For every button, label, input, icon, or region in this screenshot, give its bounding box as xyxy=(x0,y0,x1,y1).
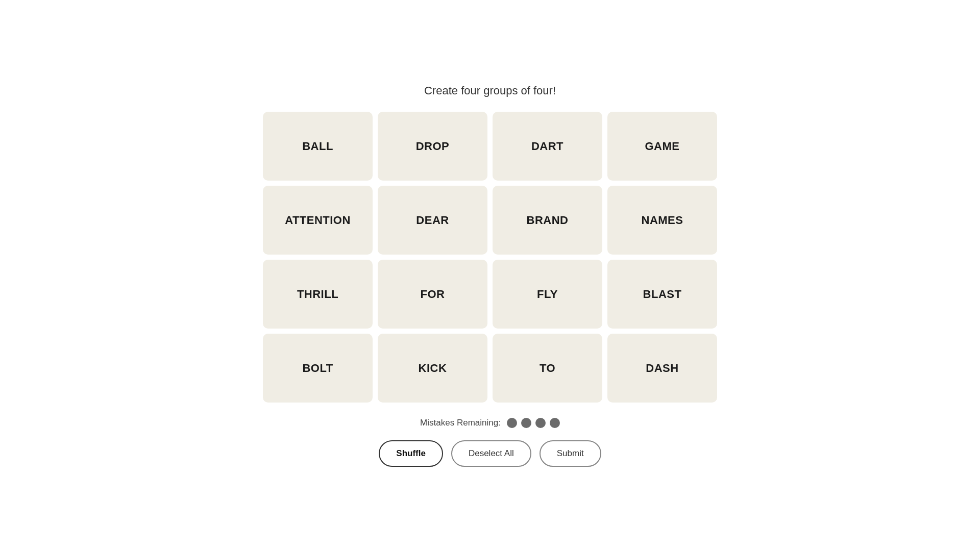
tile-2[interactable]: DROP xyxy=(378,112,487,181)
tile-1-text: BALL xyxy=(302,140,333,153)
tile-10-text: FOR xyxy=(421,288,445,301)
shuffle-button[interactable]: Shuffle xyxy=(379,440,443,467)
game-subtitle: Create four groups of four! xyxy=(424,84,556,97)
word-grid: BALLDROPDARTGAMEATTENTIONDEARBRANDNAMEST… xyxy=(263,112,717,403)
tile-1[interactable]: BALL xyxy=(263,112,373,181)
mistake-dot-1 xyxy=(507,418,517,428)
tile-14-text: KICK xyxy=(419,362,447,375)
tile-13[interactable]: BOLT xyxy=(263,334,373,403)
tile-5-text: ATTENTION xyxy=(285,214,351,227)
tile-4[interactable]: GAME xyxy=(607,112,717,181)
tile-6-text: DEAR xyxy=(416,214,449,227)
mistake-dot-3 xyxy=(535,418,546,428)
tile-5[interactable]: ATTENTION xyxy=(263,186,373,255)
game-container: Create four groups of four! BALLDROPDART… xyxy=(245,84,735,467)
buttons-section: Shuffle Deselect All Submit xyxy=(379,440,601,467)
tile-15[interactable]: TO xyxy=(493,334,602,403)
tile-14[interactable]: KICK xyxy=(378,334,487,403)
mistakes-label: Mistakes Remaining: xyxy=(420,418,501,428)
tile-12-text: BLAST xyxy=(643,288,682,301)
tile-11[interactable]: FLY xyxy=(493,260,602,329)
tile-15-text: TO xyxy=(540,362,555,375)
tile-9[interactable]: THRILL xyxy=(263,260,373,329)
mistake-dot-4 xyxy=(550,418,560,428)
tile-3-text: DART xyxy=(531,140,564,153)
submit-button[interactable]: Submit xyxy=(540,440,601,467)
mistakes-dots xyxy=(507,418,560,428)
tile-16[interactable]: DASH xyxy=(607,334,717,403)
tile-7-text: BRAND xyxy=(527,214,569,227)
tile-8[interactable]: NAMES xyxy=(607,186,717,255)
deselect-all-button[interactable]: Deselect All xyxy=(451,440,531,467)
tile-3[interactable]: DART xyxy=(493,112,602,181)
tile-13-text: BOLT xyxy=(302,362,333,375)
tile-2-text: DROP xyxy=(416,140,450,153)
tile-16-text: DASH xyxy=(646,362,678,375)
mistake-dot-2 xyxy=(521,418,531,428)
tile-7[interactable]: BRAND xyxy=(493,186,602,255)
tile-4-text: GAME xyxy=(645,140,680,153)
tile-10[interactable]: FOR xyxy=(378,260,487,329)
tile-8-text: NAMES xyxy=(642,214,683,227)
tile-9-text: THRILL xyxy=(297,288,338,301)
mistakes-section: Mistakes Remaining: xyxy=(420,418,560,428)
tile-12[interactable]: BLAST xyxy=(607,260,717,329)
tile-6[interactable]: DEAR xyxy=(378,186,487,255)
tile-11-text: FLY xyxy=(537,288,558,301)
